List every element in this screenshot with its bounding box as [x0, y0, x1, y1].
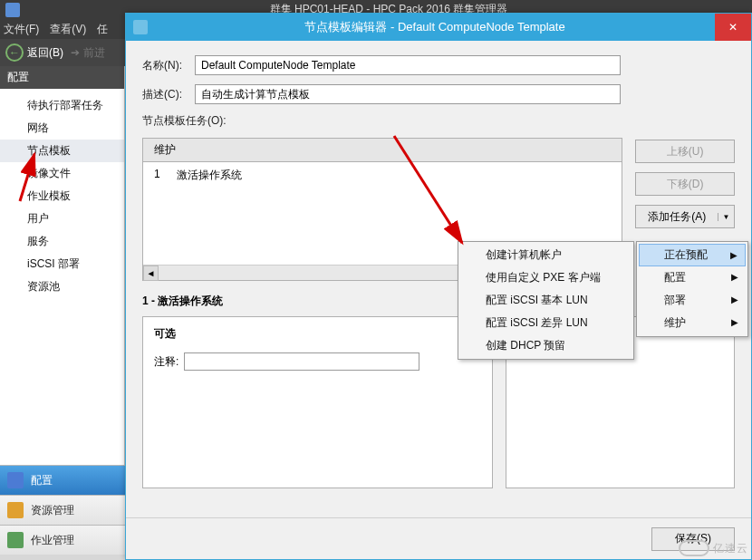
category-menu-item[interactable]: 正在预配▶	[639, 244, 746, 266]
watermark-text: 亿速云	[713, 541, 748, 556]
comment-label: 注释:	[154, 354, 178, 370]
desc-input[interactable]	[195, 84, 621, 104]
dialog-title-bar[interactable]: 节点模板编辑器 - Default ComputeNode Template ✕	[126, 14, 751, 41]
submenu-item[interactable]: 配置 iSCSI 基本 LUN	[460, 289, 631, 312]
sidebar-item[interactable]: 服务	[0, 230, 124, 253]
side-panel: 配置 待执行部署任务网络节点模板镜像文件作业模板用户服务iSCSI 部署资源池	[0, 66, 125, 465]
submenu-item[interactable]: 配置 iSCSI 差异 LUN	[460, 312, 631, 334]
scroll-left-icon[interactable]: ◄	[143, 266, 159, 281]
accordion-icon	[7, 472, 24, 488]
nav-forward-label: 前进	[83, 45, 105, 61]
task-row[interactable]: 1 激活操作系统	[143, 162, 622, 188]
sidebar-item[interactable]: 节点模板	[0, 140, 124, 162]
sidebar-item[interactable]: 待执行部署任务	[0, 94, 124, 117]
dialog-icon	[133, 20, 148, 34]
watermark: 亿速云	[679, 540, 748, 556]
category-menu-item[interactable]: 部署▶	[639, 289, 746, 312]
add-task-submenu: 创建计算机帐户使用自定义 PXE 客户端配置 iSCSI 基本 LUN配置 iS…	[458, 241, 634, 360]
name-label: 名称(N):	[142, 58, 195, 73]
submenu-item[interactable]: 创建 DHCP 预留	[460, 334, 631, 357]
submenu-item[interactable]: 创建计算机帐户	[460, 244, 631, 266]
accordion-icon	[7, 502, 24, 518]
sidebar-item[interactable]: 镜像文件	[0, 162, 124, 185]
menu-more[interactable]: 任	[97, 22, 108, 37]
add-task-label: 添加任务(A)	[636, 209, 718, 225]
forward-arrow-icon: ➔	[71, 46, 80, 59]
add-task-category-menu: 正在预配▶配置▶部署▶维护▶	[636, 241, 748, 337]
side-list: 待执行部署任务网络节点模板镜像文件作业模板用户服务iSCSI 部署资源池	[0, 89, 124, 304]
sidebar-item[interactable]: 作业模板	[0, 185, 124, 208]
chevron-right-icon: ▶	[731, 272, 738, 282]
close-button[interactable]: ✕	[715, 14, 751, 41]
menu-view[interactable]: 查看(V)	[50, 22, 86, 37]
back-arrow-icon: ←	[5, 43, 24, 62]
accordion-item[interactable]: 配置	[0, 465, 125, 495]
side-header: 配置	[0, 66, 124, 89]
accordion-label: 配置	[31, 473, 53, 488]
options-heading: 可选	[154, 326, 481, 342]
watermark-logo-icon	[679, 540, 709, 556]
accordion-label: 作业管理	[31, 533, 74, 548]
desc-label: 描述(C):	[142, 87, 195, 102]
category-menu-item[interactable]: 维护▶	[639, 312, 746, 334]
accordion-item[interactable]: 作业管理	[0, 525, 125, 555]
task-group-header[interactable]: 维护	[142, 138, 622, 161]
sidebar-item[interactable]: 资源池	[0, 275, 124, 298]
app-icon	[5, 3, 20, 17]
chevron-right-icon: ▶	[731, 317, 738, 327]
accordion-icon	[7, 532, 24, 548]
nav-back-button[interactable]: ← 返回(B)	[5, 43, 63, 62]
dialog-title-text: 节点模板编辑器 - Default ComputeNode Template	[155, 19, 715, 35]
move-down-button[interactable]: 下移(D)	[635, 172, 735, 196]
accordion-nav: 配置资源管理作业管理	[0, 465, 125, 555]
add-task-button[interactable]: 添加任务(A) ▼	[635, 205, 735, 228]
sidebar-item[interactable]: 网络	[0, 117, 124, 140]
name-input[interactable]	[195, 55, 621, 75]
options-panel: 可选 注释:	[142, 316, 493, 488]
menu-file[interactable]: 文件(F)	[4, 22, 39, 37]
nav-back-label: 返回(B)	[27, 45, 63, 61]
task-row-name: 激活操作系统	[177, 168, 242, 183]
dialog-footer: 保存(S)	[126, 517, 751, 559]
chevron-right-icon: ▶	[731, 294, 738, 304]
comment-input[interactable]	[184, 352, 419, 371]
task-row-num: 1	[154, 168, 160, 183]
accordion-item[interactable]: 资源管理	[0, 495, 125, 525]
category-menu-item[interactable]: 配置▶	[639, 266, 746, 289]
move-up-button[interactable]: 上移(U)	[635, 140, 735, 163]
chevron-right-icon: ▶	[730, 250, 738, 260]
chevron-down-icon[interactable]: ▼	[718, 213, 734, 221]
close-icon: ✕	[728, 21, 738, 34]
accordion-label: 资源管理	[31, 503, 74, 518]
nav-forward-button[interactable]: ➔ 前进	[71, 45, 105, 61]
submenu-item[interactable]: 使用自定义 PXE 客户端	[460, 266, 631, 289]
sidebar-item[interactable]: iSCSI 部署	[0, 253, 124, 275]
sidebar-item[interactable]: 用户	[0, 208, 124, 230]
tasks-label: 节点模板任务(O):	[142, 113, 735, 129]
